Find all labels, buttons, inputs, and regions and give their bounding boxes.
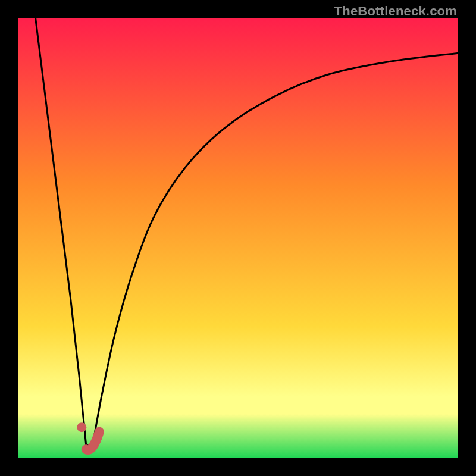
plot-area [18, 18, 458, 458]
minimum-marker-dot [77, 422, 86, 432]
bottleneck-curve [18, 18, 458, 458]
minimum-marker [86, 432, 99, 450]
curve-line [36, 18, 458, 445]
watermark-text: TheBottleneck.com [334, 4, 457, 19]
chart-frame: TheBottleneck.com [0, 0, 476, 476]
